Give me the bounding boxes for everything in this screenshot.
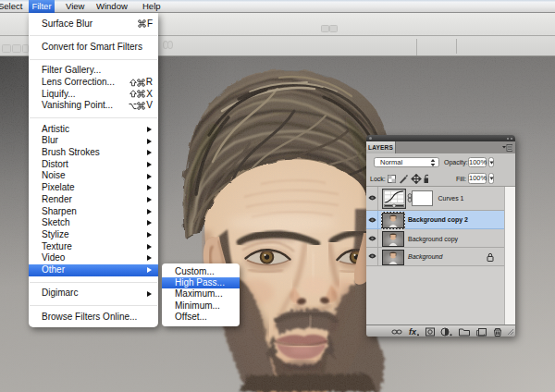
svg-text:fx: fx — [409, 327, 417, 337]
